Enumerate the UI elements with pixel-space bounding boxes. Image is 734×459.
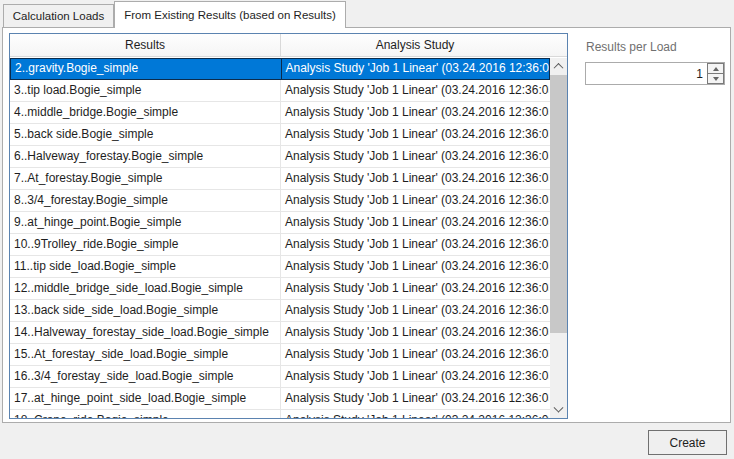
table-body: 2..gravity.Bogie_simple Analysis Study '… xyxy=(10,58,550,419)
tab-calculation-loads[interactable]: Calculation Loads xyxy=(3,4,114,27)
result-cell: 16..3/4_forestay_side_load.Bogie_simple xyxy=(10,366,281,387)
column-header-results[interactable]: Results xyxy=(10,34,281,56)
table-row[interactable]: 8..3/4_forestay.Bogie_simple Analysis St… xyxy=(10,190,550,212)
triangle-up-icon xyxy=(713,67,719,71)
table-row[interactable]: 4..middle_bridge.Bogie_simple Analysis S… xyxy=(10,102,550,124)
analysis-study-cell: Analysis Study 'Job 1 Linear' (03.24.201… xyxy=(281,366,549,387)
analysis-study-cell: Analysis Study 'Job 1 Linear' (03.24.201… xyxy=(281,344,549,365)
table-row[interactable]: 17..at_hinge_point_side_load.Bogie_simpl… xyxy=(10,388,550,410)
scrollbar-track[interactable] xyxy=(550,75,567,402)
results-per-load-stepper xyxy=(585,62,725,85)
create-button-label: Create xyxy=(669,436,705,450)
table-row[interactable]: 15..At_forestay_side_load.Bogie_simple A… xyxy=(10,344,550,366)
analysis-study-cell: Analysis Study 'Job 1 Linear' (03.24.201… xyxy=(281,124,549,145)
result-cell: 17..at_hinge_point_side_load.Bogie_simpl… xyxy=(10,388,281,409)
table-row[interactable]: 9..at_hinge_point.Bogie_simple Analysis … xyxy=(10,212,550,234)
scrollbar-thumb[interactable] xyxy=(550,75,567,333)
column-header-analysis-study[interactable]: Analysis Study xyxy=(281,34,549,56)
analysis-study-cell: Analysis Study 'Job 1 Linear' (03.24.201… xyxy=(281,190,549,211)
table-row[interactable]: 2..gravity.Bogie_simple Analysis Study '… xyxy=(10,58,550,80)
spinner-down-button[interactable] xyxy=(707,73,724,84)
table-row[interactable]: 16..3/4_forestay_side_load.Bogie_simple … xyxy=(10,366,550,388)
analysis-study-cell: Analysis Study 'Job 1 Linear' (03.24.201… xyxy=(281,80,549,101)
tab-from-existing-results-label: From Existing Results (based on Results) xyxy=(124,9,336,21)
result-cell: 6..Halveway_forestay.Bogie_simple xyxy=(10,146,281,167)
results-per-load-input[interactable] xyxy=(586,63,707,84)
result-cell: 14..Halveway_forestay_side_load.Bogie_si… xyxy=(10,322,281,343)
analysis-study-cell: Analysis Study 'Job 1 Linear' (03.24.201… xyxy=(282,59,550,79)
result-cell: 11..tip side_load.Bogie_simple xyxy=(10,256,281,277)
spinner-buttons xyxy=(707,63,724,84)
result-cell: 2..gravity.Bogie_simple xyxy=(11,59,282,79)
analysis-study-cell: Analysis Study 'Job 1 Linear' (03.24.201… xyxy=(281,410,549,419)
analysis-study-cell: Analysis Study 'Job 1 Linear' (03.24.201… xyxy=(281,256,549,277)
analysis-study-cell: Analysis Study 'Job 1 Linear' (03.24.201… xyxy=(281,300,549,321)
result-cell: 18..Crane_ride.Bogie_simple xyxy=(10,410,281,419)
analysis-study-cell: Analysis Study 'Job 1 Linear' (03.24.201… xyxy=(281,146,549,167)
chevron-down-icon xyxy=(554,403,564,413)
result-cell: 12..middle_bridge_side_load.Bogie_simple xyxy=(10,278,281,299)
result-cell: 13..back side_side_load.Bogie_simple xyxy=(10,300,281,321)
analysis-study-cell: Analysis Study 'Job 1 Linear' (03.24.201… xyxy=(281,388,549,409)
column-header-analysis-study-label: Analysis Study xyxy=(376,38,455,52)
analysis-study-cell: Analysis Study 'Job 1 Linear' (03.24.201… xyxy=(281,278,549,299)
table-vertical-scrollbar[interactable] xyxy=(550,58,567,419)
result-cell: 5..back side.Bogie_simple xyxy=(10,124,281,145)
analysis-study-cell: Analysis Study 'Job 1 Linear' (03.24.201… xyxy=(281,322,549,343)
table-row[interactable]: 3..tip load.Bogie_simple Analysis Study … xyxy=(10,80,550,102)
create-button[interactable]: Create xyxy=(648,430,727,455)
table-row[interactable]: 5..back side.Bogie_simple Analysis Study… xyxy=(10,124,550,146)
tab-page: Results Analysis Study 2..gravity.Bogie_… xyxy=(2,27,731,423)
tab-from-existing-results[interactable]: From Existing Results (based on Results) xyxy=(114,1,346,28)
analysis-study-cell: Analysis Study 'Job 1 Linear' (03.24.201… xyxy=(281,212,549,233)
result-cell: 15..At_forestay_side_load.Bogie_simple xyxy=(10,344,281,365)
table-row[interactable]: 7..At_forestay.Bogie_simple Analysis Stu… xyxy=(10,168,550,190)
table-row[interactable]: 12..middle_bridge_side_load.Bogie_simple… xyxy=(10,278,550,300)
results-per-load-label: Results per Load xyxy=(586,40,677,54)
result-cell: 10..9Trolley_ride.Bogie_simple xyxy=(10,234,281,255)
analysis-study-cell: Analysis Study 'Job 1 Linear' (03.24.201… xyxy=(281,234,549,255)
chevron-up-icon xyxy=(554,63,564,73)
table-row[interactable]: 14..Halveway_forestay_side_load.Bogie_si… xyxy=(10,322,550,344)
result-cell: 9..at_hinge_point.Bogie_simple xyxy=(10,212,281,233)
table-header-row: Results Analysis Study xyxy=(10,34,567,57)
result-cell: 4..middle_bridge.Bogie_simple xyxy=(10,102,281,123)
analysis-study-cell: Analysis Study 'Job 1 Linear' (03.24.201… xyxy=(281,168,549,189)
table-row[interactable]: 18..Crane_ride.Bogie_simple Analysis Stu… xyxy=(10,410,550,419)
triangle-down-icon xyxy=(713,77,719,81)
results-table: Results Analysis Study 2..gravity.Bogie_… xyxy=(9,33,568,419)
scroll-up-button[interactable] xyxy=(550,58,567,75)
table-row[interactable]: 6..Halveway_forestay.Bogie_simple Analys… xyxy=(10,146,550,168)
analysis-study-cell: Analysis Study 'Job 1 Linear' (03.24.201… xyxy=(281,102,549,123)
tab-calculation-loads-label: Calculation Loads xyxy=(13,10,104,22)
result-cell: 8..3/4_forestay.Bogie_simple xyxy=(10,190,281,211)
table-row[interactable]: 11..tip side_load.Bogie_simple Analysis … xyxy=(10,256,550,278)
column-header-gap xyxy=(549,34,566,56)
dialog-window: Calculation Loads From Existing Results … xyxy=(0,0,734,459)
scroll-down-button[interactable] xyxy=(550,402,567,419)
result-cell: 3..tip load.Bogie_simple xyxy=(10,80,281,101)
table-row[interactable]: 13..back side_side_load.Bogie_simple Ana… xyxy=(10,300,550,322)
result-cell: 7..At_forestay.Bogie_simple xyxy=(10,168,281,189)
table-row[interactable]: 10..9Trolley_ride.Bogie_simple Analysis … xyxy=(10,234,550,256)
column-header-results-label: Results xyxy=(125,38,165,52)
